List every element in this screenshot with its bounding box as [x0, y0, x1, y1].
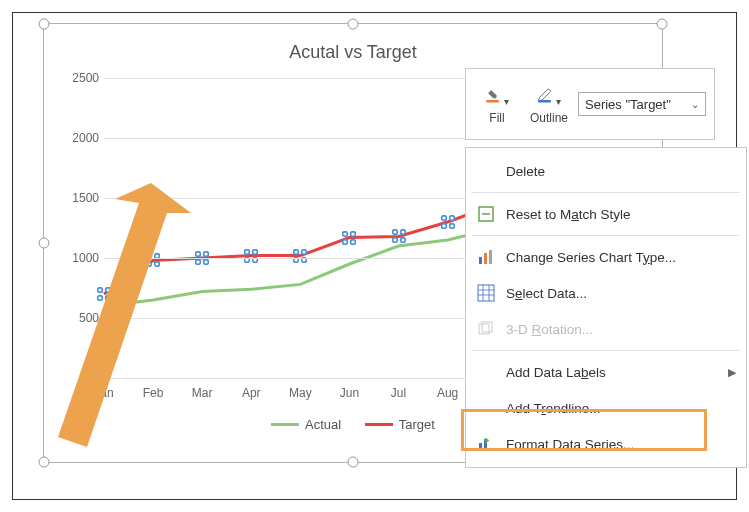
x-axis-label: May — [289, 386, 312, 400]
context-menu: Delete Reset to Match Style Change Serie… — [465, 147, 747, 468]
outline-label: Outline — [530, 111, 568, 125]
ctx-add-data-labels[interactable]: Add Data Labels ▶ — [466, 354, 746, 390]
chart-type-icon — [476, 247, 496, 267]
x-axis-label: Jun — [340, 386, 359, 400]
separator — [472, 350, 740, 351]
submenu-arrow-icon: ▶ — [728, 366, 736, 379]
screenshot-frame: Acutal vs Target 05001000150020002500Jan… — [12, 12, 737, 500]
svg-rect-54 — [489, 250, 492, 264]
select-data-icon — [476, 283, 496, 303]
fill-icon: ▾ — [485, 83, 509, 107]
selection-handle[interactable] — [348, 457, 359, 468]
ctx-reset-style[interactable]: Reset to Match Style — [466, 196, 746, 232]
y-axis-label: 2500 — [59, 71, 99, 85]
selection-handle[interactable] — [39, 19, 50, 30]
x-axis-label: Jul — [391, 386, 406, 400]
x-axis-label: Aug — [437, 386, 458, 400]
ctx-change-chart-type[interactable]: Change Series Chart Type... — [466, 239, 746, 275]
selection-handle[interactable] — [657, 19, 668, 30]
selection-handle[interactable] — [348, 19, 359, 30]
svg-rect-52 — [479, 257, 482, 264]
ctx-3d-rotation: 3-D Rotation... — [466, 311, 746, 347]
y-axis-label: 2000 — [59, 131, 99, 145]
blank-icon — [476, 161, 496, 181]
legend-label: Target — [399, 417, 435, 432]
x-axis-label: Apr — [242, 386, 261, 400]
ctx-select-data[interactable]: Select Data... — [466, 275, 746, 311]
fill-label: Fill — [489, 111, 504, 125]
blank-icon — [476, 362, 496, 382]
reset-style-icon — [476, 204, 496, 224]
svg-marker-48 — [58, 183, 191, 447]
series-selector[interactable]: Series "Target" ⌄ — [578, 92, 706, 116]
format-series-icon — [476, 434, 496, 454]
rotation-icon — [476, 319, 496, 339]
outline-icon: ▾ — [537, 83, 561, 107]
svg-rect-50 — [538, 100, 551, 103]
separator — [472, 235, 740, 236]
outline-button[interactable]: ▾ Outline — [526, 83, 572, 125]
annotation-arrow — [33, 183, 233, 463]
mini-toolbar: ▾ Fill ▾ Outline Series "Target" ⌄ — [465, 68, 715, 140]
ctx-delete[interactable]: Delete — [466, 153, 746, 189]
svg-rect-49 — [486, 100, 499, 103]
ctx-format-data-series[interactable]: Format Data Series... — [466, 426, 746, 462]
svg-rect-55 — [478, 285, 494, 301]
legend-label: Actual — [305, 417, 341, 432]
svg-rect-58 — [479, 443, 482, 451]
blank-icon — [476, 398, 496, 418]
separator — [472, 192, 740, 193]
chevron-down-icon: ⌄ — [691, 99, 699, 110]
fill-button[interactable]: ▾ Fill — [474, 83, 520, 125]
ctx-add-trendline[interactable]: Add Trendline... — [466, 390, 746, 426]
legend-item-target[interactable]: Target — [365, 417, 435, 432]
svg-rect-53 — [484, 253, 487, 264]
series-selector-value: Series "Target" — [585, 97, 671, 112]
chart-title[interactable]: Acutal vs Target — [44, 24, 662, 63]
legend-item-actual[interactable]: Actual — [271, 417, 341, 432]
